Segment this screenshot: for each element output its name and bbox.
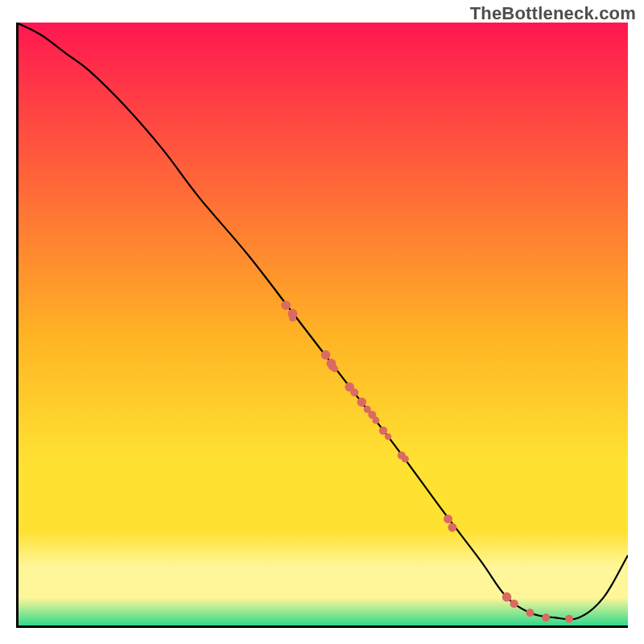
watermark-text: TheBottleneck.com xyxy=(470,3,636,24)
data-point-marker xyxy=(281,300,291,310)
data-point-marker xyxy=(526,609,534,617)
data-point-marker xyxy=(350,388,358,396)
chart-svg xyxy=(16,23,628,628)
scatter-markers xyxy=(281,300,573,622)
data-point-marker xyxy=(448,523,456,532)
data-point-marker xyxy=(332,365,338,372)
data-point-marker xyxy=(510,600,518,608)
data-point-marker xyxy=(542,613,550,621)
data-point-marker xyxy=(321,350,331,360)
data-point-marker xyxy=(379,427,387,435)
data-point-marker xyxy=(565,615,573,623)
data-point-marker xyxy=(357,398,367,407)
data-point-marker xyxy=(385,433,391,440)
data-point-marker xyxy=(372,417,379,424)
curve-line xyxy=(16,23,628,619)
chart-container: TheBottleneck.com xyxy=(0,0,644,644)
data-point-marker xyxy=(502,592,512,602)
data-point-marker xyxy=(402,456,409,463)
data-point-marker xyxy=(289,314,296,321)
data-point-marker xyxy=(444,514,452,523)
plot-area xyxy=(16,23,628,628)
